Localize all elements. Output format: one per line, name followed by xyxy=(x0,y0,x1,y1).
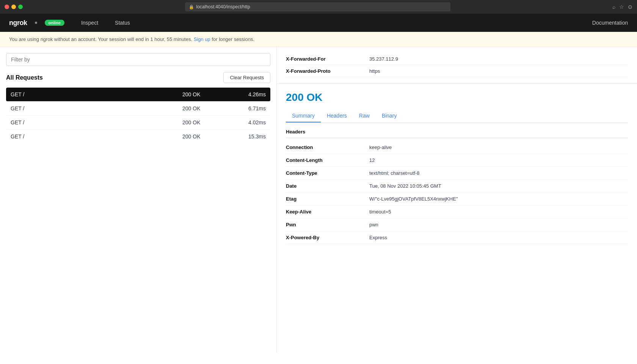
requests-section-title: All Requests xyxy=(6,74,43,81)
ngrok-logo: ngrok xyxy=(9,19,27,27)
browser-action-buttons: ⌕ ☆ ⊙ xyxy=(612,4,632,10)
response-header-row: Pwn pwn xyxy=(286,218,628,231)
request-row[interactable]: GET / 200 OK 4.02ms xyxy=(6,116,270,130)
response-header-row: Keep-Alive timeout=5 xyxy=(286,206,628,218)
nav-status-link[interactable]: Status xyxy=(115,20,130,26)
request-time: 6.71ms xyxy=(228,105,266,111)
response-section: 200 OK SummaryHeadersRawBinary xyxy=(277,84,637,123)
nav-separator-dot xyxy=(35,22,37,24)
navbar: ngrok online Inspect Status Documentatio… xyxy=(0,14,637,32)
address-text: localhost:4040/inspect/http xyxy=(196,4,250,9)
request-row[interactable]: GET / 200 OK 4.26ms xyxy=(6,88,270,102)
response-header-name: Keep-Alive xyxy=(286,206,369,218)
request-header-name: X-Forwarded-For xyxy=(286,53,369,65)
response-tab-headers[interactable]: Headers xyxy=(321,110,353,122)
request-time: 4.26ms xyxy=(228,91,266,97)
nav-documentation-link[interactable]: Documentation xyxy=(592,20,628,26)
response-header-row: X-Powered-By Express xyxy=(286,231,628,244)
response-status: 200 OK xyxy=(286,91,628,104)
response-header-row: Date Tue, 08 Nov 2022 10:05:45 GMT xyxy=(286,180,628,193)
request-status: 200 OK xyxy=(182,105,228,111)
request-method-path: GET / xyxy=(11,119,182,126)
search-icon[interactable]: ⌕ xyxy=(612,4,615,10)
banner-text-after: for longer sessions. xyxy=(212,36,254,42)
response-header-name: Content-Length xyxy=(286,154,369,167)
response-body: Headers Connection keep-alive Content-Le… xyxy=(277,123,637,250)
request-header-name: X-Forwarded-Proto xyxy=(286,65,369,77)
response-tab-binary[interactable]: Binary xyxy=(376,110,403,122)
response-tabs: SummaryHeadersRawBinary xyxy=(286,110,628,123)
request-header-row: X-Forwarded-For 35.237.112.9 xyxy=(286,53,628,65)
minimize-window-button[interactable] xyxy=(11,5,16,9)
request-status: 200 OK xyxy=(182,91,228,97)
response-header-name: Connection xyxy=(286,141,369,154)
address-bar[interactable]: 🔒 localhost:4040/inspect/http xyxy=(185,2,450,11)
response-header-name: Content-Type xyxy=(286,167,369,180)
request-header-value: 35.237.112.9 xyxy=(369,53,628,65)
signup-link[interactable]: Sign up xyxy=(194,36,210,42)
response-header-value: text/html; charset=utf-8 xyxy=(369,167,628,180)
response-header-row: Content-Type text/html; charset=utf-8 xyxy=(286,167,628,180)
request-header-row: X-Forwarded-Proto https xyxy=(286,65,628,77)
response-header-value: pwn xyxy=(369,218,628,231)
browser-chrome: 🔒 localhost:4040/inspect/http ⌕ ☆ ⊙ xyxy=(0,0,637,14)
response-header-value: Express xyxy=(369,231,628,244)
response-header-row: Etag W/"c-Lve95gjOVATpfV8EL5X4nxwjKHE" xyxy=(286,193,628,206)
request-list: GET / 200 OK 4.26ms GET / 200 OK 6.71ms … xyxy=(6,88,270,143)
clear-requests-button[interactable]: Clear Requests xyxy=(223,72,270,83)
nav-inspect-link[interactable]: Inspect xyxy=(72,14,107,32)
right-panel: X-Forwarded-For 35.237.112.9 X-Forwarded… xyxy=(277,47,637,353)
response-header-value: 12 xyxy=(369,154,628,167)
window-controls xyxy=(5,5,23,9)
request-headers-table: X-Forwarded-For 35.237.112.9 X-Forwarded… xyxy=(286,53,628,77)
online-status-badge: online xyxy=(45,20,64,26)
response-tab-raw[interactable]: Raw xyxy=(353,110,376,122)
response-header-row: Content-Length 12 xyxy=(286,154,628,167)
profile-icon[interactable]: ⊙ xyxy=(628,4,632,10)
request-row[interactable]: GET / 200 OK 6.71ms xyxy=(6,102,270,116)
filter-input[interactable] xyxy=(6,53,270,66)
response-header-name: Date xyxy=(286,180,369,193)
response-header-row: Connection keep-alive xyxy=(286,141,628,154)
request-status: 200 OK xyxy=(182,133,228,140)
request-method-path: GET / xyxy=(11,105,182,111)
content-area: All Requests Clear Requests GET / 200 OK… xyxy=(0,47,637,353)
response-header-name: Etag xyxy=(286,193,369,206)
requests-section-header: All Requests Clear Requests xyxy=(6,72,270,83)
session-banner: You are using ngrok without an account. … xyxy=(0,32,637,47)
banner-text-before: You are using ngrok without an account. … xyxy=(9,36,192,42)
request-time: 15.3ms xyxy=(228,133,266,140)
left-panel: All Requests Clear Requests GET / 200 OK… xyxy=(0,47,277,353)
request-headers-section: X-Forwarded-For 35.237.112.9 X-Forwarded… xyxy=(277,47,637,84)
response-header-value: timeout=5 xyxy=(369,206,628,218)
request-time: 4.02ms xyxy=(228,119,266,126)
request-status: 200 OK xyxy=(182,119,228,126)
response-header-value: Tue, 08 Nov 2022 10:05:45 GMT xyxy=(369,180,628,193)
main-content: You are using ngrok without an account. … xyxy=(0,32,637,353)
close-window-button[interactable] xyxy=(5,5,9,9)
request-method-path: GET / xyxy=(11,133,182,140)
maximize-window-button[interactable] xyxy=(18,5,23,9)
response-header-value: W/"c-Lve95gjOVATpfV8EL5X4nxwjKHE" xyxy=(369,193,628,206)
response-header-value: keep-alive xyxy=(369,141,628,154)
response-headers-table: Connection keep-alive Content-Length 12 … xyxy=(286,141,628,244)
bookmark-icon[interactable]: ☆ xyxy=(619,4,624,10)
lock-icon: 🔒 xyxy=(189,5,194,9)
response-header-name: Pwn xyxy=(286,218,369,231)
request-method-path: GET / xyxy=(11,91,182,97)
request-row[interactable]: GET / 200 OK 15.3ms xyxy=(6,130,270,143)
response-header-name: X-Powered-By xyxy=(286,231,369,244)
response-section-label: Headers xyxy=(286,129,628,138)
request-header-value: https xyxy=(369,65,628,77)
response-tab-summary[interactable]: Summary xyxy=(286,110,321,122)
